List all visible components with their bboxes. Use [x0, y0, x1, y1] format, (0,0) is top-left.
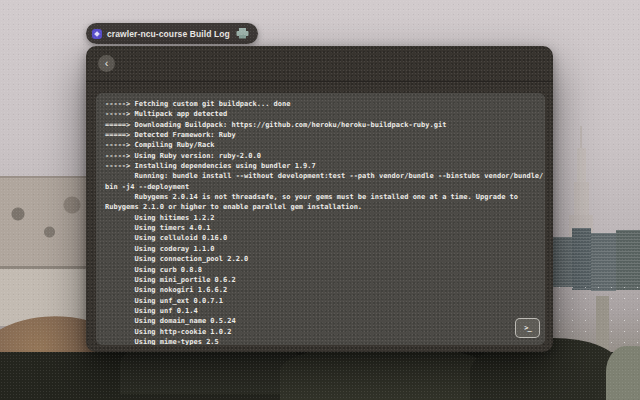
background-building — [572, 228, 591, 290]
log-line: -----> Using Ruby version: ruby-2.0.0 — [105, 151, 545, 161]
building-upper — [577, 148, 586, 182]
background-rock-light — [606, 346, 640, 400]
log-line: Using celluloid 0.16.0 — [105, 233, 545, 243]
log-line: Rubygems 2.1.0 or higher to enable paral… — [105, 202, 545, 212]
chevron-left-icon: ‹ — [105, 58, 109, 69]
app-icon — [92, 29, 102, 39]
window-header: ‹ — [86, 46, 553, 82]
log-line: Using mime-types 2.5 — [105, 337, 545, 345]
window-title: crawler-ncu-course Build Log — [107, 29, 230, 39]
log-line: Using mini_portile 0.6.2 — [105, 275, 545, 285]
app-icon-glyph — [94, 31, 100, 37]
log-line: Using unf 0.1.4 — [105, 306, 545, 316]
log-line: Using nokogiri 1.6.6.2 — [105, 285, 545, 295]
terminal-prompt-icon: >_ — [524, 324, 530, 332]
printer-icon[interactable] — [235, 27, 251, 41]
log-line: Using unf_ext 0.0.7.1 — [105, 296, 545, 306]
log-line: =====> Detected Framework: Ruby — [105, 130, 545, 140]
log-line: -----> Fetching custom git buildpack... … — [105, 99, 545, 109]
building-mid — [574, 182, 589, 215]
terminal-button[interactable]: >_ — [515, 318, 540, 338]
printer-icon-glyph — [236, 28, 249, 39]
build-log-window: ‹ -----> Fetching custom git buildpack..… — [86, 46, 553, 352]
window-title-pill: crawler-ncu-course Build Log — [86, 23, 258, 44]
log-line: Using hitimes 1.2.2 — [105, 213, 545, 223]
background-building — [616, 230, 640, 290]
building-spire — [580, 126, 582, 148]
log-line: Using connection_pool 2.2.0 — [105, 254, 545, 264]
build-log-output: -----> Fetching custom git buildpack... … — [96, 93, 545, 345]
background-graffiti-wall — [0, 176, 90, 268]
log-line: Running: bundle install --without develo… — [105, 171, 545, 181]
log-line: Using http-cookie 1.0.2 — [105, 327, 545, 337]
background-empire-state-building — [567, 126, 595, 238]
log-line: Using domain_name 0.5.24 — [105, 316, 545, 326]
log-line: bin -j4 --deployment — [105, 182, 545, 192]
log-line: -----> Multipack app detected — [105, 109, 545, 119]
log-panel[interactable]: -----> Fetching custom git buildpack... … — [96, 93, 545, 345]
log-line: =====> Downloading Buildpack: https://gi… — [105, 120, 545, 130]
back-button[interactable]: ‹ — [98, 55, 115, 72]
log-line: Rubygems 2.0.14 is not threadsafe, so yo… — [105, 192, 545, 202]
log-line: Using timers 4.0.1 — [105, 223, 545, 233]
log-line: Using curb 0.8.8 — [105, 265, 545, 275]
log-line: -----> Compiling Ruby/Rack — [105, 140, 545, 150]
log-line: Using coderay 1.1.0 — [105, 244, 545, 254]
log-line: -----> Installing dependencies using bun… — [105, 161, 545, 171]
